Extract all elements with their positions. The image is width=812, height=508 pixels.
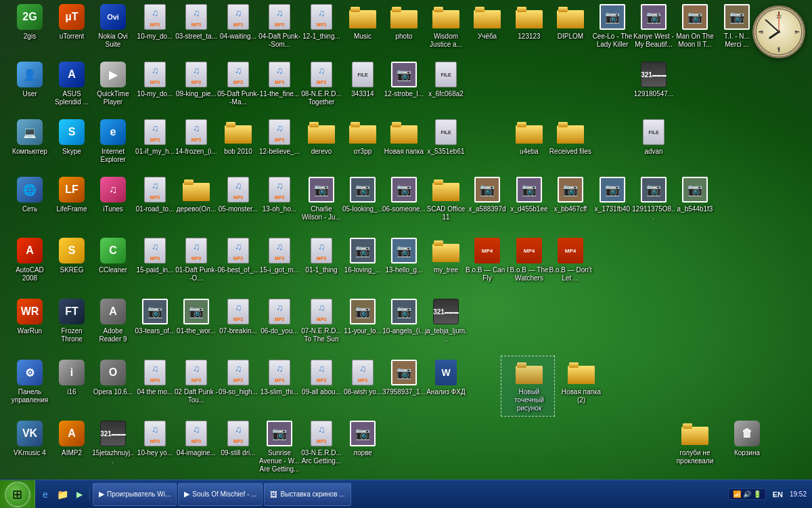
desktop-icon-photo-looking[interactable]: 📷 05-looking_... xyxy=(340,176,386,214)
desktop-icon-photo-angels[interactable]: 📷 10-angels_(i... xyxy=(381,298,427,336)
desktop-icon-mp3-31[interactable]: 10-hey yo... xyxy=(132,420,178,458)
desktop-icon-folder-novpoint[interactable]: Новый точечный рисунок xyxy=(506,359,552,413)
desktop-icon-file-advan[interactable]: FILE advan xyxy=(631,119,677,156)
desktop-icon-mp3-18[interactable]: 01-Daft Punk--O... xyxy=(173,237,219,283)
desktop-icon-clap-129[interactable]: 321▬▬▬ 129180547... xyxy=(631,61,677,99)
desktop-icon-photo-charlie[interactable]: 📷 Charlie Wilson - Ju... xyxy=(298,176,344,222)
desktop-icon-mp3-10[interactable]: 08-N.E.R.D... Together xyxy=(298,61,344,107)
desktop-icon-vkmusic[interactable]: VK VKmusic 4 xyxy=(7,420,53,458)
language-indicator[interactable]: EN xyxy=(770,490,786,499)
desktop-icon-file-343314[interactable]: FILE 343314 xyxy=(340,61,386,99)
desktop-icon-opera[interactable]: O Opera 10.6... xyxy=(90,359,136,397)
desktop-icon-mp3-6[interactable]: 10-my_do... xyxy=(132,61,178,99)
desktop-icon-mp3-14[interactable]: 01-road_to... xyxy=(132,176,178,214)
desktop-icon-mp3-19[interactable]: 06-best_of_... xyxy=(215,237,261,275)
desktop-icon-mp3-2[interactable]: 03-street_ta... xyxy=(173,3,219,41)
desktop-icon-quicktime[interactable]: ▶ QuickTime Player xyxy=(90,61,136,107)
desktop-icon-file-x6fc[interactable]: FILE x_6fc068a2 xyxy=(423,61,469,99)
desktop-icon-photo-13hello[interactable]: 📷 13-hello_g... xyxy=(381,237,427,275)
desktop-icon-folder-u4eba[interactable]: u4eba xyxy=(506,119,552,156)
desktop-icon-folder-golubin[interactable]: голуби не проклевали xyxy=(672,420,718,466)
quicklaunch-folder[interactable]: 📁 xyxy=(55,487,70,502)
desktop-icon-mp3-33[interactable]: 09-still dri... xyxy=(215,420,261,458)
desktop-icon-photo-sunrise[interactable]: 📷 Sunrise Avenue - W... Are Getting... xyxy=(256,420,302,474)
desktop-icon-file-x5351[interactable]: FILE x_5351eb61 xyxy=(423,119,469,156)
start-orb[interactable]: ⊞ xyxy=(5,482,30,507)
desktop-icon-mp3-16[interactable]: 13-oh_ho... xyxy=(256,176,302,214)
desktop-icon-mp3-26[interactable]: 02 Daft Punk - Tou... xyxy=(173,359,219,405)
desktop-icon-folder-wisdom[interactable]: Wisdom Justice a... xyxy=(423,3,469,49)
desktop-icon-mp3-30[interactable]: 08-wish yo... xyxy=(340,359,386,397)
desktop-icon-photo-11your[interactable]: 📷 11-your_lo... xyxy=(340,298,386,336)
desktop-icon-autocad[interactable]: A AutoCAD 2008 xyxy=(7,237,53,283)
desktop-icon-folder-received[interactable]: Received files xyxy=(547,119,593,156)
desktop-icon-mp3-29[interactable]: 09-all abou... xyxy=(298,359,344,397)
desktop-icon-photo-man[interactable]: 📷 Man On The Moon II T... xyxy=(672,3,718,49)
desktop-icon-nokia-ovi[interactable]: Ovi Nokia Ovi Suite xyxy=(90,3,136,49)
desktop-icon-photo-lorie[interactable]: 📷 лорве xyxy=(340,420,386,458)
desktop-icon-mp3-24[interactable]: 07-N.E.R.D... To The Sun xyxy=(298,298,344,344)
desktop-icon-mp3-34[interactable]: 03-N.E.R.D... Arc Getting... xyxy=(298,420,344,466)
desktop-icon-mp3-3[interactable]: 04-waiting... xyxy=(215,3,261,41)
desktop-icon-mp3-27[interactable]: 09-so_high... xyxy=(215,359,261,397)
desktop-icon-folder-derevo[interactable]: derevo xyxy=(298,119,344,156)
desktop-icon-photo-theworld[interactable]: 📷 01-the_wor... xyxy=(173,298,219,336)
desktop-icon-photo-kanye[interactable]: 📷 Kanye West - My Beautif... xyxy=(631,3,677,49)
desktop-icon-mp3-8[interactable]: 05-Daft Punk--Ma... xyxy=(215,61,261,107)
desktop-icon-mp4-bob3[interactable]: MP4 B.o.B — Don't Let ... xyxy=(547,237,593,283)
quicklaunch-mediaplayer[interactable]: ▶ xyxy=(72,487,87,502)
desktop-icon-clap-15je[interactable]: 321▬▬▬ 15jetazhnuyj... xyxy=(90,420,136,466)
desktop-icon-folder-mytree[interactable]: my_tree xyxy=(423,237,469,275)
desktop-icon-folder-derevo2[interactable]: дерево(Ол... xyxy=(173,176,219,214)
desktop-icon-folder-scad[interactable]: SCAD Office 11 xyxy=(423,176,469,222)
desktop-icon-folder-novaya2[interactable]: Новая папка (2) xyxy=(558,359,604,405)
desktop-icon-mp4-bob2[interactable]: MP4 B.o.B — The Watchers xyxy=(506,237,552,283)
desktop-icon-mp3-9[interactable]: 11-the_fine... xyxy=(256,61,302,99)
desktop-icon-photo-1291[interactable]: 📷 12911375O8... xyxy=(631,176,677,222)
desktop-icon-ie[interactable]: e Internet Explorer xyxy=(90,119,136,165)
desktop-icon-folder-uceba[interactable]: Учёба xyxy=(464,3,510,41)
desktop-icon-mp3-25[interactable]: 04 the mo... xyxy=(132,359,178,397)
desktop-icon-photo-xa58[interactable]: 📷 x_a588397d xyxy=(464,176,510,214)
desktop-icon-mp3-4[interactable]: 04-Daft Punk--Som... xyxy=(256,3,302,49)
desktop-icon-mp3-5[interactable]: 12-1_thing... xyxy=(298,3,344,41)
desktop-icon-mp3-15[interactable]: 05-monster... xyxy=(215,176,261,214)
desktop-icon-clap-ja[interactable]: 321▬▬▬ ja_tebja_ljum... xyxy=(423,298,469,344)
desktop-icon-mp3-7[interactable]: 09-king_pie... xyxy=(173,61,219,99)
desktop-icon-folder-music[interactable]: Music xyxy=(340,3,386,41)
desktop-icon-photo-xd45[interactable]: 📷 x_d455b1ee xyxy=(506,176,552,214)
desktop-icon-2gis[interactable]: 2G 2gis xyxy=(7,3,53,41)
desktop-icon-photo-tears[interactable]: 📷 03-tears_of... xyxy=(132,298,178,336)
taskbar-btn-expo[interactable]: 🖼 Выставка скринов ... xyxy=(264,483,351,506)
desktop-icon-mp3-1[interactable]: 10-my_do... xyxy=(132,3,178,41)
desktop-icon-photo-xbb[interactable]: 📷 x_bb467cff xyxy=(547,176,593,214)
desktop-icon-photo-x173[interactable]: 📷 x_1731fb40 xyxy=(589,176,635,214)
desktop-icon-utorrent[interactable]: µT uTorrent xyxy=(49,3,95,41)
desktop-icon-photo-strobe[interactable]: 📷 12-strobe_l... xyxy=(381,61,427,99)
taskbar-btn-souls[interactable]: ▶ Souls Of Mischief - ... xyxy=(178,483,263,506)
desktop-icon-i16[interactable]: i i16 xyxy=(49,359,95,397)
desktop-icon-mp3-20[interactable]: 15-i_got_m... xyxy=(256,237,302,275)
desktop-icon-mp3-17[interactable]: 15-paid_in... xyxy=(132,237,178,275)
desktop-icon-user[interactable]: 👤 User xyxy=(7,61,53,99)
desktop-icon-lifeframe[interactable]: LF LifeFrame xyxy=(49,176,95,214)
desktop-icon-skreg[interactable]: S SKREG xyxy=(49,237,95,275)
desktop-icon-mp3-23[interactable]: 06-do_you... xyxy=(256,298,302,336)
desktop-icon-ccleaner[interactable]: C CCleaner xyxy=(90,237,136,275)
desktop-icon-photo-ab54[interactable]: 📷 a_b544b1f3 xyxy=(672,176,718,214)
desktop-icon-photo-ceelo[interactable]: 📷 Cee-Lo - The Lady Killer xyxy=(589,3,635,49)
start-button[interactable]: ⊞ xyxy=(0,480,35,509)
desktop-icon-mp3-11[interactable]: 01-if_my_h... xyxy=(132,119,178,156)
desktop-icon-aimp2[interactable]: A AIMP2 xyxy=(49,420,95,458)
desktop-icon-photo-16loving[interactable]: 📷 16-loving_... xyxy=(340,237,386,275)
desktop-icon-asus[interactable]: A ASUS Splendid ... xyxy=(49,61,95,107)
desktop-icon-folder-photo[interactable]: photo xyxy=(381,3,427,41)
desktop-icon-mp3-21[interactable]: 01-1_thing xyxy=(298,237,344,275)
desktop-icon-mp3-22[interactable]: 07-breakin... xyxy=(215,298,261,336)
desktop-icon-mp3-12[interactable]: 14-frozen_(i... xyxy=(173,119,219,156)
desktop-icon-mp3-13[interactable]: 12-believe_... xyxy=(256,119,302,156)
desktop-icon-adobe-reader[interactable]: A Adobe Reader 9 xyxy=(90,298,136,344)
desktop-icon-word-analiz[interactable]: W Анализ ФХД xyxy=(423,359,469,397)
desktop-icon-mp4-bob1[interactable]: MP4 B.o.B — Can I Fly xyxy=(464,237,510,283)
taskbar-btn-mediaplayer[interactable]: ▶ Проигрыватель Wi... xyxy=(93,483,177,506)
